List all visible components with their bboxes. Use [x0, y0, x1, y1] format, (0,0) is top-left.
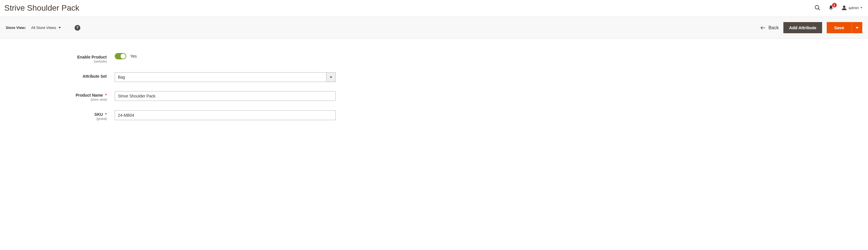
store-view-value: All Store Views — [31, 26, 56, 30]
search-icon[interactable] — [814, 5, 821, 11]
header-actions: 1 admin — [814, 3, 862, 11]
add-attribute-button[interactable]: Add Attribute — [783, 22, 822, 33]
page-header: Strive Shoulder Pack 1 admin — [0, 0, 868, 17]
input-col — [115, 91, 336, 101]
save-dropdown-button[interactable] — [851, 22, 862, 33]
attribute-set-label: Attribute Set — [83, 74, 107, 79]
chevron-down-icon — [856, 27, 859, 29]
input-col: Bag — [115, 72, 336, 82]
user-menu[interactable]: admin — [841, 5, 862, 10]
toggle-value-label: Yes — [130, 54, 137, 59]
back-button[interactable]: Back — [761, 25, 779, 30]
scope-hint: [global] — [6, 117, 107, 120]
toolbar: Store View: All Store Views ? Back Add A… — [0, 17, 868, 39]
enable-product-toggle[interactable] — [115, 53, 126, 59]
user-icon — [841, 5, 847, 10]
scope-hint: [website] — [6, 60, 107, 63]
field-attribute-set: Attribute Set Bag — [6, 72, 862, 82]
store-view-label: Store View: — [6, 26, 26, 30]
arrow-left-icon — [761, 26, 766, 30]
notifications-badge: 1 — [832, 3, 837, 7]
select-caret — [326, 72, 335, 82]
required-mark: * — [105, 93, 107, 97]
scope-hint: [store view] — [6, 98, 107, 101]
toolbar-left: Store View: All Store Views ? — [6, 25, 80, 31]
chevron-down-icon — [861, 7, 862, 8]
sku-input[interactable] — [115, 111, 336, 120]
help-icon[interactable]: ? — [74, 25, 80, 31]
required-mark: * — [105, 112, 107, 117]
attribute-set-value: Bag — [115, 72, 326, 82]
svg-point-0 — [815, 5, 819, 9]
save-button-group: Save — [827, 22, 862, 33]
field-product-name: Product Name * [store view] — [6, 91, 862, 101]
product-name-input[interactable] — [115, 91, 336, 101]
field-enable-product: Enable Product [website] Yes — [6, 53, 862, 63]
toggle-knob — [121, 54, 126, 59]
chevron-down-icon — [330, 76, 332, 78]
svg-point-2 — [830, 9, 831, 10]
toolbar-right: Back Add Attribute Save — [761, 22, 862, 33]
field-sku: SKU * [global] — [6, 111, 862, 120]
svg-point-3 — [843, 6, 845, 8]
input-col: Yes — [115, 53, 137, 59]
enable-product-label: Enable Product — [77, 55, 107, 59]
notifications-icon[interactable]: 1 — [828, 5, 834, 11]
save-button[interactable]: Save — [827, 22, 851, 33]
chevron-down-icon — [59, 27, 61, 28]
product-form: Enable Product [website] Yes Attribute S… — [0, 39, 868, 135]
attribute-set-select[interactable]: Bag — [115, 72, 336, 82]
svg-line-1 — [818, 9, 820, 10]
store-view-select[interactable]: All Store Views — [31, 26, 61, 30]
product-name-label: Product Name — [76, 93, 103, 97]
input-col — [115, 111, 336, 120]
page-title: Strive Shoulder Pack — [4, 3, 79, 12]
sku-label: SKU — [94, 112, 103, 117]
label-col: Attribute Set — [6, 72, 115, 79]
label-col: Enable Product [website] — [6, 53, 115, 63]
label-col: Product Name * [store view] — [6, 91, 115, 101]
label-col: SKU * [global] — [6, 111, 115, 120]
back-label: Back — [769, 25, 779, 30]
username: admin — [849, 6, 859, 10]
